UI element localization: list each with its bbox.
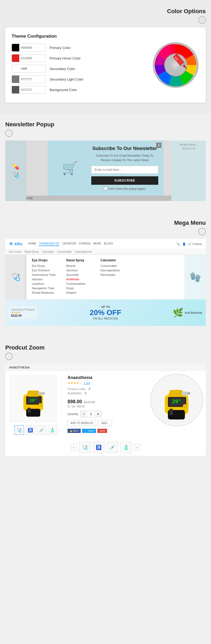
mega-col-2-title: Nasal Spray [66, 258, 93, 262]
mega-item-antibiotic[interactable]: Antibiotic [66, 278, 93, 281]
mega-menu-title: Mega Menu [5, 219, 206, 226]
svg-rect-20 [28, 408, 31, 413]
mega-item-contraceptives[interactable]: Contraceptives [66, 282, 93, 285]
mega-item-muscle[interactable]: Muscle [66, 264, 93, 267]
newsletter-cart-image: 🛒 [53, 154, 87, 183]
background-hex: #171717 [19, 86, 34, 94]
mega-menu-preview: ✛ Affix HOME THERMOMETER CATHETER SYRING… [5, 239, 206, 326]
newsletter-checkbox-row: Don't show this popup again! [91, 187, 158, 190]
nav-syringe[interactable]: SYRINGE [79, 242, 91, 246]
qty-increase-button[interactable]: + [95, 411, 101, 417]
product-thumb-3[interactable]: 💉 [37, 425, 46, 435]
newsletter-dont-show-label: Don't show this popup again! [109, 187, 146, 190]
background-swatch [12, 86, 19, 94]
hero-right-content: 🌿 Anti-Bacterial [173, 299, 202, 326]
product-code-value: P [89, 387, 90, 391]
product-main-image: 29° [9, 375, 57, 423]
background-color-input[interactable]: #171717 [12, 86, 46, 94]
twitter-share-button[interactable]: 🐦 Tweet [82, 429, 96, 433]
newsletter-popup-subtitle: Subscribe To Our Email Newsletter Today … [91, 153, 158, 162]
product-thumb-4[interactable]: 🧴 [48, 425, 57, 435]
mega-item-drops[interactable]: Drops [66, 287, 93, 290]
search-icon[interactable]: 🔍 [176, 242, 180, 246]
newsletter-close-button[interactable]: ✕ [156, 143, 161, 148]
color-options-section: Color Options ↓ Theme Configuration #000… [0, 0, 211, 113]
svg-rect-17 [28, 391, 39, 397]
product-thumb-1[interactable]: 🩺 [15, 425, 24, 435]
newsletter-subscribe-button[interactable]: SUBSCRIBE [91, 176, 158, 185]
prev-button[interactable]: ‹ [71, 444, 77, 451]
secondary-light-label: Secondary Light Color [50, 77, 84, 81]
mega-item-ayurvedic[interactable]: Ayurvedic [66, 273, 93, 276]
newsletter-email-input[interactable] [91, 166, 158, 174]
down-arrow-icon: ↓ [198, 16, 206, 24]
next-button[interactable]: › [134, 444, 140, 451]
nav-blogs[interactable]: BLOGS [104, 242, 113, 246]
nav-thumb-2[interactable]: ♿ [93, 442, 104, 453]
mega-item-consumable[interactable]: Consumable [100, 264, 127, 267]
add-button[interactable]: ADD... [98, 420, 112, 426]
product-review-link[interactable]: 1 rev [84, 381, 90, 385]
product-zoom-image: 29° [152, 375, 202, 425]
mega-item-nasogastric[interactable]: Nasogastric Tube [32, 287, 58, 290]
mega-dropdown-area: 🩺 Eye Drops Ear Drops Eye Ointment Gastr… [5, 254, 206, 299]
primary-hover-color-input[interactable]: #110000 [12, 54, 46, 62]
qty-decrease-button[interactable]: − [81, 411, 87, 417]
primary-hover-label: Primary Hover Color [50, 56, 81, 60]
mega-item-laxatives[interactable]: Laxatives [32, 282, 58, 285]
qty-input[interactable] [87, 412, 95, 416]
nav-thermometer[interactable]: THERMOMETER [39, 242, 59, 246]
mega-hero-banner: Laboratory Products ★★★★ $122.00 UP TO 2… [5, 299, 206, 326]
google-share-button[interactable]: Save [97, 429, 107, 433]
nav-catheter[interactable]: CATHETER [62, 242, 76, 246]
nav-thumb-3[interactable]: 💉 [107, 442, 118, 453]
cart-icon[interactable]: 🛒 0 Items [188, 242, 202, 246]
facebook-share-button[interactable]: 👍 like it [68, 429, 81, 433]
color-row-background: #171717 Background Color [12, 86, 147, 94]
mega-item-gastrostomy[interactable]: Gastrostomy Tube [32, 273, 58, 276]
newsletter-title: Newsletter Popup [5, 121, 206, 128]
mega-item-vaccines[interactable]: Vaccines [66, 269, 93, 272]
product-zoom-circle: 29° [150, 374, 203, 426]
hero-upto: UP TO [90, 305, 121, 308]
product-zoom-icon: ↓ [5, 353, 206, 360]
herb-icon: 🌿 [173, 308, 183, 318]
secondary-light-swatch [12, 75, 19, 83]
mega-item-injection[interactable]: Injection [32, 278, 58, 281]
theme-config-title: Theme Configuration [12, 34, 147, 39]
mega-col-1: Eye Drops Ear Drops Eye Ointment Gastros… [32, 258, 58, 296]
mega-item-inhalers[interactable]: Inhalers [66, 291, 93, 294]
color-row-primary: #000000 Primary Color [12, 44, 147, 52]
product-zoom-preview: ANAESTHESIA 29° [5, 364, 206, 456]
nav-more[interactable]: MORE [93, 242, 101, 246]
hero-product-label: Laboratory Products [11, 308, 35, 311]
mega-item-eye-ointment[interactable]: Eye Ointment [32, 269, 58, 272]
mega-item-electrolytes[interactable]: Electrolytes [100, 273, 127, 276]
primary-label: Primary Color [50, 46, 70, 50]
qty-label: Quantity [68, 412, 78, 416]
primary-color-input[interactable]: #000000 [12, 44, 46, 52]
color-picker-image [152, 41, 199, 89]
mega-col-3-title: Calculator [100, 258, 127, 262]
product-price: $98.00 [68, 399, 82, 405]
background-label: Background Color [50, 88, 77, 92]
newsletter-outer: 💊🩺 herapy Equip... .00 $100.00 ✕ 🛒 [5, 141, 206, 201]
hero-left-product: Laboratory Products ★★★★ $122.00 [9, 306, 37, 319]
secondary-light-color-input[interactable]: #777777 [12, 75, 46, 83]
add-to-wishlist-button[interactable]: ADD TO WISHLIST [68, 420, 96, 426]
subnav-consumable: Consumable [57, 250, 72, 253]
nav-thumb-4[interactable]: 🧴 [120, 442, 132, 453]
mega-item-ear-drops[interactable]: Ear Drops [32, 264, 58, 267]
mega-item-rectal[interactable]: Rectal Medicines [32, 291, 58, 294]
user-icon[interactable]: 👤 [182, 242, 186, 246]
color-row-secondary-light: #777777 Secondary Light Color [12, 75, 147, 83]
nav-thumb-1[interactable]: 🩺 [79, 442, 91, 453]
availability-value: S [85, 392, 87, 395]
secondary-color-input[interactable]: #ffffff [12, 65, 46, 73]
logo-text: Affix [14, 242, 22, 246]
newsletter-bg-layer: 💊🩺 herapy Equip... .00 $100.00 ✕ 🛒 [5, 141, 206, 201]
product-thumb-2[interactable]: ♿ [26, 425, 35, 435]
mega-item-decongestants[interactable]: Decongestants [100, 269, 127, 272]
nav-home[interactable]: HOME [28, 242, 36, 246]
newsletter-dont-show-checkbox[interactable] [104, 187, 107, 190]
